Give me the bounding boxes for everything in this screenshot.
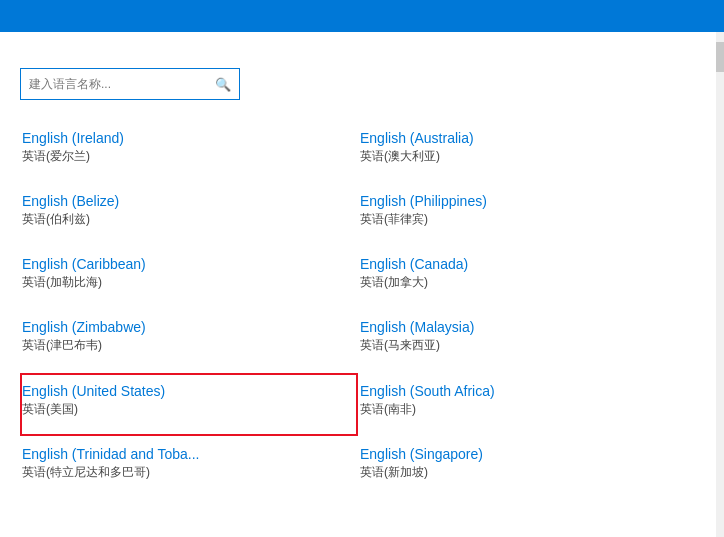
lang-native-malaysia: 英语(马来西亚) <box>360 337 684 354</box>
lang-native-united-states: 英语(美国) <box>22 401 346 418</box>
title-bar <box>0 0 724 32</box>
lang-native-canada: 英语(加拿大) <box>360 274 684 291</box>
content-area: 🔍 English (Ireland)英语(爱尔兰)English (Austr… <box>0 32 724 537</box>
lang-item-south-africa[interactable]: English (South Africa)英语(南非) <box>358 373 696 436</box>
lang-item-zimbabwe[interactable]: English (Zimbabwe)英语(津巴布韦) <box>20 309 358 372</box>
lang-name-zimbabwe: English (Zimbabwe) <box>22 319 346 335</box>
lang-item-malaysia[interactable]: English (Malaysia)英语(马来西亚) <box>358 309 696 372</box>
minimize-button[interactable] <box>574 0 620 32</box>
lang-item-singapore[interactable]: English (Singapore)英语(新加坡) <box>358 436 696 499</box>
lang-item-trinidad[interactable]: English (Trinidad and Toba...英语(特立尼达和多巴哥… <box>20 436 358 499</box>
lang-item-united-states[interactable]: English (United States)英语(美国) <box>20 373 358 436</box>
maximize-button[interactable] <box>622 0 668 32</box>
lang-name-trinidad: English (Trinidad and Toba... <box>22 446 346 462</box>
main-content: 🔍 English (Ireland)英语(爱尔兰)English (Austr… <box>0 32 716 537</box>
lang-native-philippines: 英语(菲律宾) <box>360 211 684 228</box>
lang-item-belize[interactable]: English (Belize)英语(伯利兹) <box>20 183 358 246</box>
lang-native-caribbean: 英语(加勒比海) <box>22 274 346 291</box>
window-controls <box>574 0 716 32</box>
lang-name-canada: English (Canada) <box>360 256 684 272</box>
lang-native-singapore: 英语(新加坡) <box>360 464 684 481</box>
lang-name-australia: English (Australia) <box>360 130 684 146</box>
lang-name-ireland: English (Ireland) <box>22 130 346 146</box>
search-box[interactable]: 🔍 <box>20 68 240 100</box>
lang-name-philippines: English (Philippines) <box>360 193 684 209</box>
lang-native-zimbabwe: 英语(津巴布韦) <box>22 337 346 354</box>
scrollbar-thumb[interactable] <box>716 42 724 72</box>
back-button[interactable] <box>8 0 40 32</box>
language-grid: English (Ireland)英语(爱尔兰)English (Austral… <box>20 120 696 499</box>
lang-item-philippines[interactable]: English (Philippines)英语(菲律宾) <box>358 183 696 246</box>
lang-native-ireland: 英语(爱尔兰) <box>22 148 346 165</box>
close-button[interactable] <box>670 0 716 32</box>
lang-name-malaysia: English (Malaysia) <box>360 319 684 335</box>
search-icon: 🔍 <box>215 77 231 92</box>
lang-item-caribbean[interactable]: English (Caribbean)英语(加勒比海) <box>20 246 358 309</box>
lang-native-belize: 英语(伯利兹) <box>22 211 346 228</box>
scrollbar[interactable] <box>716 32 724 537</box>
lang-item-australia[interactable]: English (Australia)英语(澳大利亚) <box>358 120 696 183</box>
lang-name-caribbean: English (Caribbean) <box>22 256 346 272</box>
lang-item-ireland[interactable]: English (Ireland)英语(爱尔兰) <box>20 120 358 183</box>
lang-name-south-africa: English (South Africa) <box>360 383 684 399</box>
lang-item-canada[interactable]: English (Canada)英语(加拿大) <box>358 246 696 309</box>
lang-name-united-states: English (United States) <box>22 383 346 399</box>
lang-name-singapore: English (Singapore) <box>360 446 684 462</box>
search-input[interactable] <box>29 77 215 91</box>
lang-name-belize: English (Belize) <box>22 193 346 209</box>
lang-native-trinidad: 英语(特立尼达和多巴哥) <box>22 464 346 481</box>
lang-native-australia: 英语(澳大利亚) <box>360 148 684 165</box>
lang-native-south-africa: 英语(南非) <box>360 401 684 418</box>
